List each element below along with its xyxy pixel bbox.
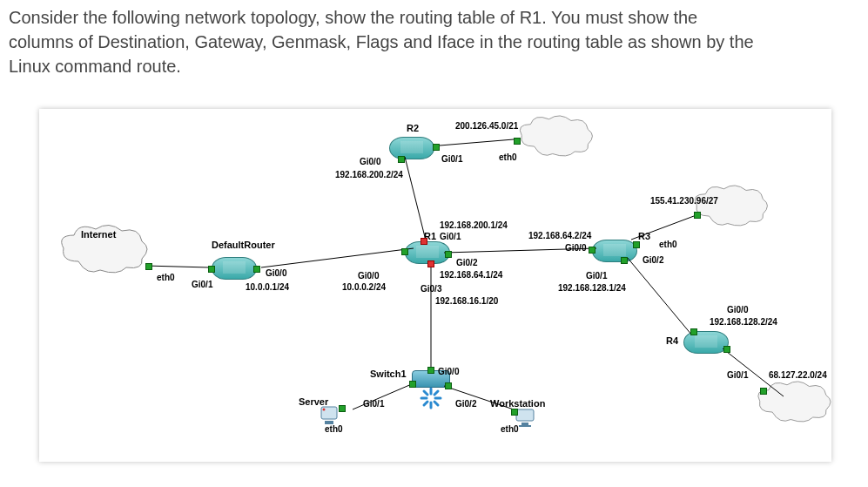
port-dot <box>421 238 427 245</box>
svg-line-10 <box>444 386 514 409</box>
prompt-line-3: Linux command route. <box>9 57 181 76</box>
port-dot <box>427 367 434 374</box>
port-dot <box>694 212 701 219</box>
port-dot <box>514 138 521 145</box>
port-dot <box>511 409 518 416</box>
port-dot <box>633 241 640 248</box>
svg-line-3 <box>440 139 514 145</box>
question-text: Consider the following network topology,… <box>0 0 868 84</box>
port-dot <box>398 156 405 163</box>
topology-diagram: Internet eth0 DefaultRouter Gi0/1 Gi0/0 … <box>39 109 831 462</box>
port-dot <box>621 257 628 264</box>
port-dot <box>589 247 595 254</box>
port-dot <box>145 263 152 270</box>
svg-line-9 <box>353 383 414 409</box>
svg-line-1 <box>261 248 414 267</box>
svg-line-7 <box>723 348 784 396</box>
prompt-line-1: Consider the following network topology,… <box>9 8 697 27</box>
port-dot <box>723 346 730 353</box>
svg-line-2 <box>405 157 427 244</box>
links-layer <box>39 109 831 462</box>
port-dot <box>409 381 416 388</box>
port-dot <box>760 388 767 395</box>
port-dot <box>445 382 452 389</box>
port-dot <box>253 266 260 273</box>
port-dot <box>401 248 408 255</box>
port-dot <box>445 251 452 258</box>
svg-line-0 <box>145 266 209 267</box>
prompt-line-2: columns of Destination, Gateway, Genmask… <box>9 32 754 51</box>
port-dot <box>208 266 215 273</box>
port-dot <box>339 405 346 412</box>
port-dot <box>690 328 697 335</box>
port-dot <box>427 260 434 267</box>
svg-line-4 <box>444 248 596 253</box>
svg-line-5 <box>631 213 701 240</box>
port-dot <box>433 144 440 151</box>
svg-line-6 <box>627 257 692 335</box>
